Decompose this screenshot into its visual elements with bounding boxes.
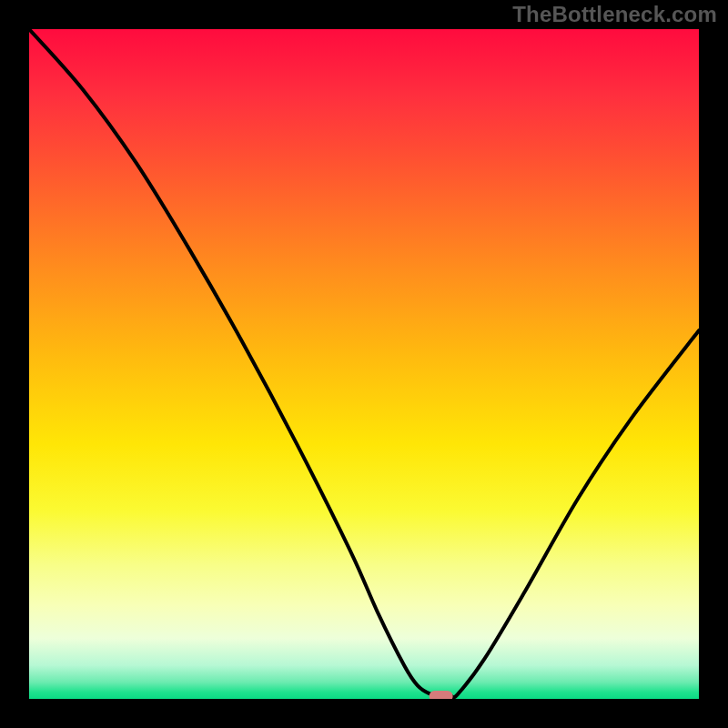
watermark-text: TheBottleneck.com xyxy=(512,2,717,27)
curve-layer xyxy=(29,29,699,699)
chart-frame: TheBottleneck.com xyxy=(0,0,728,728)
bottleneck-curve xyxy=(29,29,699,697)
plot-area xyxy=(29,29,699,699)
optimum-marker-icon xyxy=(430,691,453,699)
